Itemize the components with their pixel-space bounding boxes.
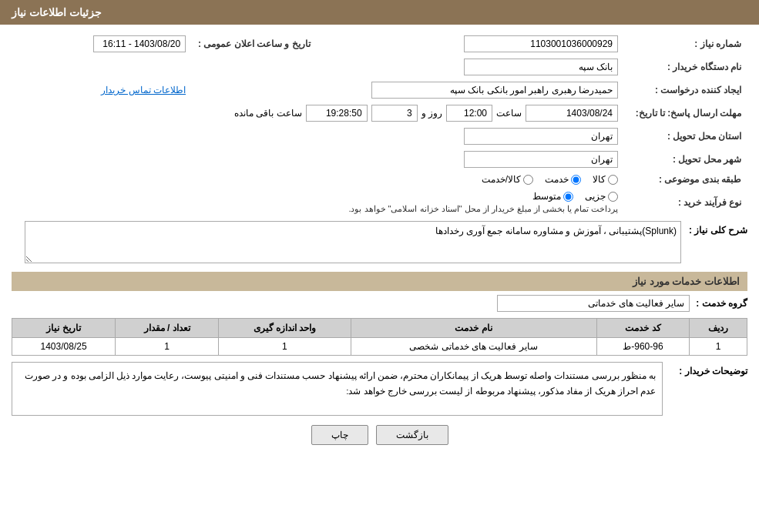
col-nam: نام خدمت (351, 319, 596, 338)
mohlat-rooz-input: 3 (371, 105, 418, 122)
mohlat-baqi-input: 19:28:50 (306, 105, 368, 122)
services-header-row: ردیف کد خدمت نام خدمت واحد اندازه گیری ت… (12, 319, 747, 338)
nove-farayand-container: جزیی متوسط پرداخت تمام یا بخشی از مبلغ خ… (18, 191, 618, 214)
mohlat-row: مهلت ارسال پاسخ: تا تاریخ: 1403/08/24 سا… (12, 102, 747, 125)
sharh-section: شرح کلی نیاز : document.querySelector('[… (12, 221, 747, 266)
sharh-textarea[interactable] (25, 221, 681, 263)
shahr-label: شهر محل تحویل : (624, 148, 747, 171)
sharh-content: document.querySelector('[data-name="shar… (12, 221, 681, 266)
namdastgah-label: نام دستگاه خریدار : (624, 55, 747, 79)
radio-motevaset-label: متوسط (532, 191, 561, 202)
services-table-body: 1960-96-طسایر فعالیت های خدماتی شخصی1114… (12, 338, 747, 356)
info-table: شماره نیاز : 1103001036000929 تاریخ و سا… (12, 32, 747, 217)
page-header: جزئیات اطلاعات نیاز (0, 0, 759, 25)
col-tedad: تعداد / مقدار (116, 319, 219, 338)
tabaqe-radio-group: کالا خدمت کالا/خدمت (18, 174, 618, 185)
col-radif: ردیف (690, 319, 747, 338)
tarikh-label: تاریخ و ساعت اعلان عمومی : (192, 32, 317, 55)
tabaqe-row: طبقه بندی موضوعی : کالا خدمت (12, 171, 747, 188)
namdastgah-value: بانک سپه (12, 55, 624, 79)
shomare-label: شماره نیاز : (624, 32, 747, 55)
mohlat-value: 1403/08/24 ساعت 12:00 روز و 3 19:28:50 س… (12, 102, 624, 125)
radio-motevaset: متوسط (532, 191, 573, 202)
mohlat-saat-input: 12:00 (446, 105, 492, 122)
bazgasht-button[interactable]: بازگشت (376, 425, 448, 445)
col-tarikh: تاریخ نیاز (12, 319, 116, 338)
baqi-label: ساعت باقی مانده (234, 108, 302, 119)
contact-link[interactable]: اطلاعات تماس خریدار (101, 85, 186, 95)
nove-farayand-label: نوع فرآیند خرید : (624, 188, 747, 217)
group-service-row: گروه خدمت : سایر فعالیت های خدماتی (12, 295, 747, 312)
table-row: 1960-96-طسایر فعالیت های خدماتی شخصی1114… (12, 338, 747, 356)
group-service-label: گروه خدمت : (696, 298, 747, 309)
radio-jozei: جزیی (585, 191, 618, 202)
radio-khadamat-label: خدمت (545, 174, 569, 185)
services-table: ردیف کد خدمت نام خدمت واحد اندازه گیری ت… (12, 318, 747, 356)
radio-jozei-label: جزیی (585, 191, 606, 202)
services-section-title: اطلاعات خدمات مورد نیاز (12, 272, 747, 291)
ostan-row: استان محل تحویل : تهران (12, 125, 747, 148)
nove-farayand-radio-group: جزیی متوسط (18, 191, 618, 202)
tarikh-input: 1403/08/20 - 16:11 (93, 35, 186, 52)
col-kod: کد خدمت (596, 319, 690, 338)
tabaqe-value: کالا خدمت کالا/خدمت (12, 171, 624, 188)
radio-khadamat-input[interactable] (571, 175, 581, 185)
col-vahed: واحد اندازه گیری (219, 319, 351, 338)
mohlat-date-input: 1403/08/24 (526, 105, 618, 122)
mohlat-date-row: 1403/08/24 ساعت 12:00 روز و 3 19:28:50 س… (18, 105, 618, 122)
description-section: توضیحات خریدار : به منظور بررسی مستندات … (12, 362, 747, 416)
process-note: پرداخت تمام یا بخشی از مبلغ خریدار از مح… (18, 204, 618, 214)
group-service-input: سایر فعالیت های خدماتی (497, 295, 690, 312)
radio-jozei-input[interactable] (608, 192, 618, 202)
radio-kalakhadamat-label: کالا/خدمت (482, 174, 521, 185)
eijadkonande-value: حمیدرضا رهبری راهبر امور بانکی بانک سپه (192, 79, 624, 102)
tarikh-value: 1403/08/20 - 16:11 (12, 32, 192, 55)
radio-kalakhadamat-input[interactable] (523, 175, 533, 185)
buttons-row: بازگشت چاپ (12, 425, 747, 445)
saat-label: ساعت (496, 108, 522, 119)
radio-kala-label: کالا (593, 174, 606, 185)
radio-khadamat: خدمت (545, 174, 581, 185)
namdastgah-input: بانک سپه (464, 59, 618, 75)
shomare-value: 1103001036000929 (338, 32, 624, 55)
shahr-value: تهران (12, 148, 624, 171)
eijadkonande-label: ایجاد کننده درخواست : (624, 79, 747, 102)
radio-motevaset-input[interactable] (563, 192, 573, 202)
ostan-value: تهران (12, 125, 624, 148)
sharh-label: شرح کلی نیاز : (689, 221, 747, 236)
main-content: شماره نیاز : 1103001036000929 تاریخ و سا… (0, 25, 759, 462)
page-title: جزئیات اطلاعات نیاز (12, 6, 102, 18)
namdastgah-row: نام دستگاه خریدار : بانک سپه (12, 55, 747, 79)
radio-kala: کالا (593, 174, 618, 185)
radio-kalakhadamat: کالا/خدمت (482, 174, 533, 185)
eijadkonande-input: حمیدرضا رهبری راهبر امور بانکی بانک سپه (371, 82, 618, 99)
ostan-input: تهران (464, 128, 618, 145)
page-wrapper: جزئیات اطلاعات نیاز شماره نیاز : 1103001… (0, 0, 759, 532)
shomare-row: شماره نیاز : 1103001036000929 تاریخ و سا… (12, 32, 747, 55)
nove-farayand-row: نوع فرآیند خرید : جزیی متوسط (12, 188, 747, 217)
shahr-input: تهران (464, 151, 618, 168)
shomare-input: 1103001036000929 (464, 35, 618, 52)
rooz-label: روز و (421, 108, 442, 119)
description-box: به منظور بررسی مستندات واصله توسط هریک ا… (12, 362, 663, 416)
chap-button[interactable]: چاپ (311, 425, 368, 445)
shahr-row: شهر محل تحویل : تهران (12, 148, 747, 171)
description-label: توضیحات خریدار : (670, 362, 747, 376)
tabaqe-label: طبقه بندی موضوعی : (624, 171, 747, 188)
services-table-header: ردیف کد خدمت نام خدمت واحد اندازه گیری ت… (12, 319, 747, 338)
eijadkonande-row: ایجاد کننده درخواست : حمیدرضا رهبری راهب… (12, 79, 747, 102)
nove-farayand-value: جزیی متوسط پرداخت تمام یا بخشی از مبلغ خ… (12, 188, 624, 217)
radio-kala-input[interactable] (608, 175, 618, 185)
ostan-label: استان محل تحویل : (624, 125, 747, 148)
mohlat-label: مهلت ارسال پاسخ: تا تاریخ: (624, 102, 747, 125)
